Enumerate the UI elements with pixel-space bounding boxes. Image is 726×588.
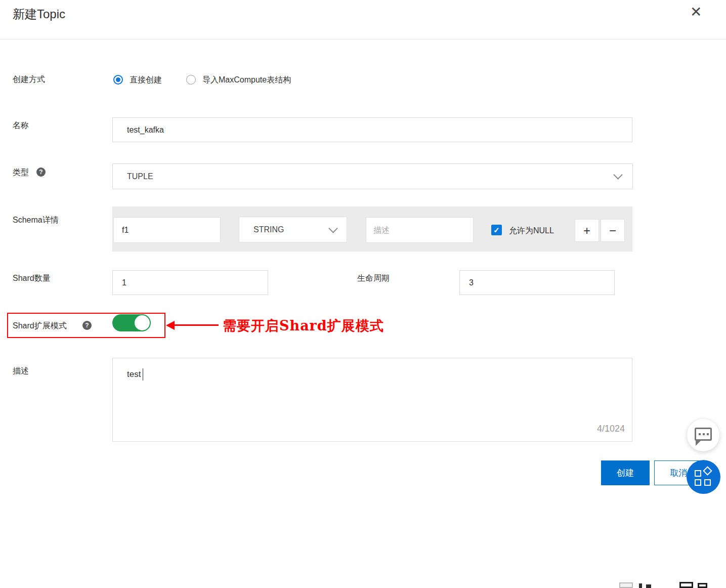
annotation-arrow-head bbox=[166, 321, 175, 330]
shard-expand-help-icon[interactable]: ? bbox=[82, 321, 92, 330]
radio-import-maxcompute-label[interactable]: 导入MaxCompute表结构 bbox=[202, 75, 291, 86]
description-value: test bbox=[127, 369, 141, 380]
widgets-fab-button[interactable] bbox=[687, 460, 720, 494]
schema-field-name-input[interactable] bbox=[113, 217, 221, 243]
lifecycle-label: 生命周期 bbox=[357, 273, 390, 284]
minus-icon: − bbox=[609, 224, 616, 238]
chat-bubble-icon bbox=[695, 428, 712, 441]
annotation-text: 需要开启Shard扩展模式 bbox=[223, 317, 384, 335]
chevron-down-icon bbox=[328, 224, 337, 233]
radio-direct-create[interactable] bbox=[113, 75, 123, 85]
radio-direct-create-label[interactable]: 直接创建 bbox=[130, 75, 162, 86]
obscured-page-fragment bbox=[619, 582, 633, 588]
add-field-button[interactable]: + bbox=[575, 219, 599, 242]
schema-label: Schema详情 bbox=[13, 215, 59, 226]
create-mode-label: 创建方式 bbox=[13, 74, 45, 85]
name-label: 名称 bbox=[13, 120, 29, 131]
allow-null-checkbox[interactable]: ✓ bbox=[491, 225, 502, 235]
lifecycle-input[interactable] bbox=[459, 270, 615, 295]
radio-selected-dot bbox=[116, 77, 120, 82]
allow-null-label: 允许为NULL bbox=[509, 226, 554, 236]
checkmark-icon: ✓ bbox=[493, 226, 500, 235]
radio-import-maxcompute[interactable] bbox=[186, 75, 196, 85]
plus-icon: + bbox=[583, 224, 590, 238]
dialog-title: 新建Topic bbox=[13, 6, 65, 22]
feedback-chat-button[interactable] bbox=[687, 419, 719, 451]
text-caret bbox=[143, 368, 143, 381]
name-input[interactable] bbox=[112, 117, 632, 142]
shard-expand-label: Shard扩展模式 bbox=[13, 321, 67, 331]
create-button[interactable]: 创建 bbox=[601, 460, 650, 485]
annotation-arrow-line bbox=[174, 324, 219, 326]
schema-field-type-select[interactable]: STRING bbox=[239, 217, 347, 242]
widgets-grid-icon bbox=[695, 469, 713, 487]
schema-field-type-value: STRING bbox=[253, 217, 284, 242]
obscured-page-fragment bbox=[639, 583, 642, 588]
schema-field-desc-input[interactable] bbox=[366, 217, 474, 243]
remove-field-button[interactable]: − bbox=[601, 219, 625, 242]
char-counter: 4/1024 bbox=[597, 424, 625, 434]
type-label: 类型 bbox=[13, 167, 29, 178]
type-select-value: TUPLE bbox=[127, 164, 153, 189]
header-divider bbox=[0, 39, 726, 39]
toggle-knob bbox=[134, 314, 151, 331]
type-help-icon[interactable]: ? bbox=[36, 167, 46, 177]
close-icon[interactable]: ✕ bbox=[690, 5, 702, 19]
shard-expand-toggle[interactable] bbox=[112, 314, 149, 331]
description-textarea[interactable]: test 4/1024 bbox=[112, 358, 632, 442]
chat-bubble-tail bbox=[696, 440, 701, 446]
shard-count-input[interactable] bbox=[112, 270, 268, 295]
description-label: 描述 bbox=[13, 366, 29, 376]
obscured-page-fragment bbox=[646, 584, 651, 588]
obscured-page-fragment bbox=[679, 582, 693, 588]
type-select[interactable]: TUPLE bbox=[112, 163, 633, 189]
chevron-down-icon bbox=[613, 170, 622, 179]
obscured-page-fragment bbox=[698, 583, 707, 588]
shard-count-label: Shard数量 bbox=[13, 273, 51, 284]
